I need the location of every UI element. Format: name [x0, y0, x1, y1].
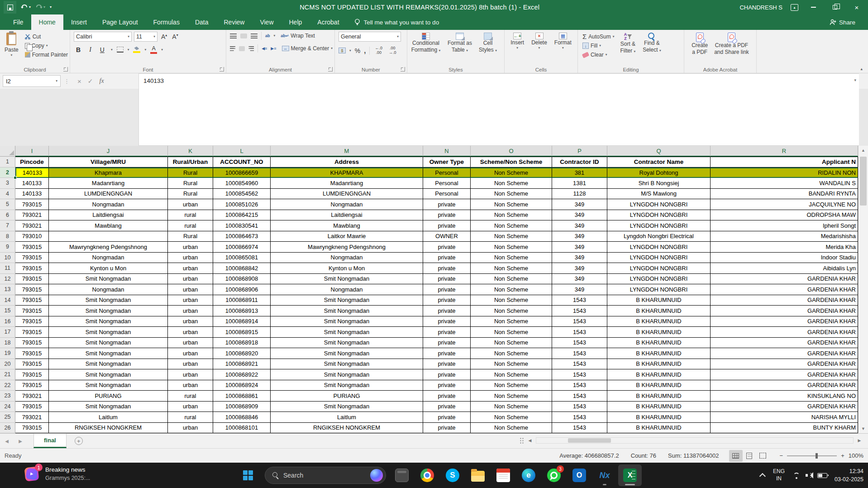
cell[interactable]: 349: [552, 263, 607, 274]
cell[interactable]: Nongmadan: [49, 199, 168, 210]
collapse-ribbon-icon[interactable]: ▴: [860, 67, 863, 71]
cell[interactable]: Medarishisha: [711, 231, 858, 242]
font-color-icon[interactable]: A: [150, 46, 157, 54]
excel-taskbar-button[interactable]: X: [618, 464, 642, 486]
horizontal-scroll-track[interactable]: [536, 437, 854, 444]
cell[interactable]: Non Scheme: [471, 263, 552, 274]
clipboard-dialog-launcher-icon[interactable]: [63, 67, 68, 72]
wrap-text-button[interactable]: ab↵ Wrap Text: [279, 32, 317, 39]
cell[interactable]: private: [423, 263, 471, 274]
cell[interactable]: B KHARUMNUID: [607, 359, 711, 370]
conditional-formatting-button[interactable]: Conditional Formatting ▾: [407, 32, 444, 54]
cell[interactable]: urban: [168, 423, 213, 434]
cell[interactable]: 1000868914: [213, 316, 271, 327]
cell[interactable]: Nongmadan: [271, 253, 423, 263]
align-top-icon[interactable]: [230, 33, 237, 38]
merge-center-button[interactable]: ↔ Merge & Center ▾: [280, 45, 334, 52]
wifi-icon[interactable]: [792, 472, 801, 479]
cell[interactable]: 1543: [552, 338, 607, 349]
save-button[interactable]: [4, 1, 16, 14]
cell[interactable]: urban: [168, 369, 213, 380]
cell[interactable]: 793015: [15, 348, 49, 359]
row-header-9[interactable]: 9: [0, 242, 15, 253]
cell[interactable]: B KHARUMNUID: [607, 295, 711, 306]
cell[interactable]: M/S Mawlong: [607, 189, 711, 200]
cell[interactable]: 1000830541: [213, 220, 271, 231]
cell[interactable]: Non Scheme: [471, 178, 552, 189]
cell[interactable]: 793015: [15, 306, 49, 316]
cell[interactable]: Smit Nongmadan: [49, 327, 168, 338]
tab-file[interactable]: File: [5, 14, 31, 30]
close-button[interactable]: ×: [850, 1, 863, 13]
cell[interactable]: 349: [552, 210, 607, 221]
cell[interactable]: KHAPMARA: [271, 167, 423, 178]
cell[interactable]: Smit Nongmadan: [271, 338, 423, 349]
cell[interactable]: rural: [168, 391, 213, 402]
cell[interactable]: 793021: [15, 412, 49, 423]
cell[interactable]: 793015: [15, 295, 49, 306]
cell[interactable]: Non Scheme: [471, 391, 552, 402]
cell[interactable]: Non Scheme: [471, 412, 552, 423]
cell[interactable]: BANDARI RYNTA: [711, 189, 858, 200]
tell-me-box[interactable]: Tell me what you want to do: [347, 14, 439, 30]
cell[interactable]: 793015: [15, 263, 49, 274]
cell[interactable]: private: [423, 253, 471, 263]
cell[interactable]: urban: [168, 306, 213, 316]
decrease-indent-icon[interactable]: ◀≡: [262, 47, 267, 51]
cell[interactable]: Nongmadan: [271, 199, 423, 210]
cell[interactable]: 793015: [15, 338, 49, 349]
cell[interactable]: private: [423, 306, 471, 316]
column-header-L[interactable]: L: [213, 146, 271, 157]
cell[interactable]: Non Scheme: [471, 369, 552, 380]
cell[interactable]: 1000854960: [213, 178, 271, 189]
row-header-1[interactable]: 1: [0, 157, 15, 167]
cell[interactable]: 793015: [15, 253, 49, 263]
cell[interactable]: 1543: [552, 295, 607, 306]
zoom-slider[interactable]: [787, 455, 837, 456]
accounting-dropdown-icon[interactable]: ▾: [349, 49, 351, 53]
cell[interactable]: 1000851026: [213, 199, 271, 210]
column-header-R[interactable]: R: [711, 146, 858, 157]
redo-button[interactable]: ▾: [35, 4, 45, 10]
cell[interactable]: LYNGDOH NONGBRI: [607, 274, 711, 285]
cell[interactable]: 1000868911: [213, 295, 271, 306]
cell[interactable]: LYNGDOH NONGBRI: [607, 199, 711, 210]
column-header-M[interactable]: M: [271, 146, 423, 157]
cell[interactable]: Non Scheme: [471, 295, 552, 306]
cell[interactable]: private: [423, 210, 471, 221]
row-header-10[interactable]: 10: [0, 253, 15, 263]
delete-cells-button[interactable]: × Delete ▾: [529, 32, 549, 51]
insert-cells-button[interactable]: ←+ Insert ▾: [508, 32, 526, 51]
cell[interactable]: Laitlum: [49, 412, 168, 423]
cut-button[interactable]: Cut: [23, 33, 70, 40]
fill-dropdown-icon[interactable]: ▾: [599, 44, 601, 48]
cell[interactable]: 1000866974: [213, 242, 271, 253]
align-middle-icon[interactable]: [240, 33, 247, 38]
confirm-entry-icon[interactable]: ✓: [88, 77, 93, 85]
cell[interactable]: 793015: [15, 242, 49, 253]
cell[interactable]: Non Scheme: [471, 316, 552, 327]
cell[interactable]: Smit Nongmadan: [271, 327, 423, 338]
cell[interactable]: 793015: [15, 359, 49, 370]
horizontal-scroll-thumb[interactable]: [568, 438, 611, 443]
autosum-dropdown-icon[interactable]: ▾: [613, 35, 615, 38]
cell[interactable]: Ipheril Songt: [711, 220, 858, 231]
cell[interactable]: Smit Nongmadan: [49, 348, 168, 359]
cell[interactable]: 793015: [15, 199, 49, 210]
cell[interactable]: LYNGDOH NONGBRI: [607, 220, 711, 231]
cell[interactable]: private: [423, 199, 471, 210]
cell[interactable]: Smit Nongmadan: [271, 380, 423, 391]
cell[interactable]: 1000868906: [213, 284, 271, 295]
increase-indent-icon[interactable]: ▶≡: [271, 47, 276, 51]
cell[interactable]: GARDENIA KHAR: [711, 369, 858, 380]
row-header-4[interactable]: 4: [0, 189, 15, 200]
find-select-button[interactable]: Find & Select ▾: [639, 32, 664, 54]
cell[interactable]: 349: [552, 274, 607, 285]
cell[interactable]: 793015: [15, 327, 49, 338]
font-color-dropdown-icon[interactable]: ▾: [161, 48, 163, 52]
scroll-down-icon[interactable]: ▼: [858, 424, 868, 433]
cell[interactable]: urban: [168, 253, 213, 263]
header-cell[interactable]: Owner Type: [423, 157, 471, 167]
cell[interactable]: 1000868915: [213, 327, 271, 338]
cell[interactable]: B KHARUMNUID: [607, 369, 711, 380]
